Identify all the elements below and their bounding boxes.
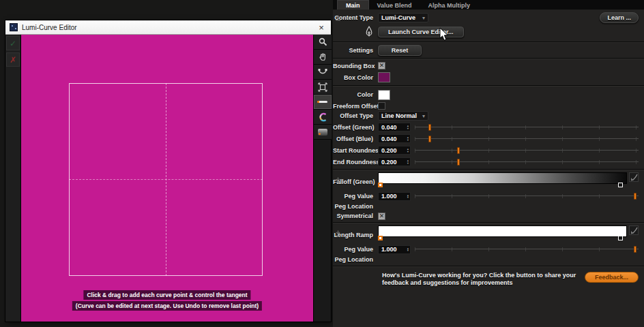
dialog-body: ✓ ✗ Click & drag to add each curve point…	[5, 35, 331, 322]
slider-ticks	[415, 149, 639, 153]
bounding-box-checkbox[interactable]: ✕	[378, 62, 385, 69]
transform-tool-button[interactable]	[314, 80, 332, 95]
feedback-button[interactable]: Feedback...	[585, 272, 639, 283]
symmetrical-checkbox[interactable]: ✕	[378, 213, 385, 220]
length-peg-value-slider[interactable]	[415, 245, 639, 253]
separator	[333, 58, 644, 59]
offset-green-spinner[interactable]: 0.040 ▴▾	[378, 123, 411, 131]
chevron-down-icon: ▾	[422, 113, 425, 119]
spinner-arrows-icon[interactable]: ▴▾	[407, 159, 410, 164]
content-type-value: Lumi-Curve	[381, 14, 415, 21]
length-peg-value-label: Peg Value	[333, 246, 378, 253]
box-color-swatch[interactable]	[378, 72, 390, 82]
spinner-arrows-icon[interactable]: ▴▾	[407, 148, 410, 153]
zoom-tool-button[interactable]	[314, 35, 332, 50]
screen: Lumi-Curve Editor × ✓ ✗ Click & drag to …	[0, 0, 644, 327]
length-ramp[interactable]	[378, 225, 627, 244]
slider-track	[415, 161, 639, 162]
separator	[333, 42, 644, 43]
color-label: Color	[333, 91, 378, 98]
offset-blue-spinner[interactable]: 0.040 ▴▾	[378, 134, 411, 143]
length-peg-location-label: Peg Location	[333, 256, 378, 263]
color-swatch[interactable]	[378, 90, 390, 100]
spacer-label	[333, 26, 378, 38]
start-roundness-slider[interactable]	[415, 146, 639, 155]
collapse-icon[interactable]	[334, 14, 342, 22]
tab-value-blend[interactable]: Value Blend	[369, 1, 420, 10]
offset-type-label: Offset Type	[333, 112, 378, 119]
spinner-arrows-icon[interactable]: ▴▾	[407, 125, 410, 129]
stroke-width-tool-button[interactable]	[314, 95, 332, 110]
slider-handle[interactable]	[428, 124, 431, 131]
confirm-cancel-column: ✓ ✗	[5, 35, 21, 322]
slider-handle[interactable]	[457, 147, 460, 154]
separator	[333, 266, 644, 267]
slider-handle[interactable]	[428, 136, 431, 142]
freeform-offset-label: Freeform Offset	[333, 103, 378, 110]
length-ramp-gradient[interactable]	[378, 225, 627, 237]
pen-nib-icon	[365, 26, 373, 38]
offset-blue-slider[interactable]	[415, 135, 639, 143]
offset-type-dropdown[interactable]: Line Normal ▾	[378, 111, 428, 121]
app-icon	[10, 23, 18, 31]
curve-canvas[interactable]: Click & drag to add each curve point & c…	[21, 35, 313, 322]
length-peg-value-spinner[interactable]: 1.000 ▴▾	[378, 245, 411, 254]
slider-handle[interactable]	[634, 246, 636, 253]
start-roundness-label: Start Roundness	[333, 147, 378, 154]
collapse-icon[interactable]	[334, 230, 342, 237]
pan-tool-button[interactable]	[314, 50, 332, 65]
roller-tool-button[interactable]	[314, 125, 332, 140]
confirm-button[interactable]: ✓	[6, 36, 20, 50]
properties-panel: Main Value Blend Alpha Multiply Content …	[333, 0, 644, 327]
center-guide-horizontal	[69, 179, 263, 180]
separator	[333, 85, 644, 87]
content-type-dropdown[interactable]: Lumi-Curve ▾	[378, 13, 428, 22]
offset-blue-value: 0.040	[381, 136, 397, 142]
learn-button[interactable]: Learn ...	[600, 12, 639, 23]
tab-alpha-multiply[interactable]: Alpha Multiply	[420, 1, 479, 10]
slider-handle[interactable]	[634, 193, 636, 200]
offset-green-slider[interactable]	[415, 123, 639, 131]
end-roundness-value: 0.200	[381, 159, 397, 166]
reset-button[interactable]: Reset	[378, 45, 422, 56]
hint-line-2: (Curve can be edited at next stage. Use …	[72, 301, 262, 311]
stroke-width-icon	[318, 101, 327, 103]
tangent-tool-button[interactable]	[314, 65, 332, 80]
freeform-offset-checkbox[interactable]	[378, 102, 385, 110]
curve-editor-icon	[630, 174, 638, 181]
slider-ticks	[415, 137, 639, 141]
color-curve-tool-button[interactable]	[314, 110, 332, 125]
collapse-icon[interactable]	[334, 176, 342, 184]
length-ramp-peg-end[interactable]	[618, 236, 623, 240]
length-ramp-peg-start[interactable]	[378, 236, 383, 240]
cancel-button[interactable]: ✗	[6, 52, 20, 67]
spinner-arrows-icon[interactable]: ▴▾	[407, 194, 410, 199]
falloff-peg-value-spinner[interactable]: 1.000 ▴▾	[378, 192, 411, 201]
falloff-gradient[interactable]	[378, 172, 627, 184]
dialog-titlebar[interactable]: Lumi-Curve Editor ×	[5, 20, 331, 35]
start-roundness-spinner[interactable]: 0.200 ▴▾	[378, 146, 411, 155]
tab-main[interactable]: Main	[337, 0, 369, 10]
slider-track	[415, 127, 639, 127]
slider-track	[415, 249, 639, 249]
curve-editor-icon	[630, 227, 638, 234]
end-roundness-spinner[interactable]: 0.200 ▴▾	[378, 157, 411, 166]
launch-curve-editor-button[interactable]: Launch Curve Editor...	[378, 27, 464, 37]
slider-ticks	[415, 125, 639, 129]
pan-hand-icon	[319, 52, 327, 61]
length-ramp-curve-button[interactable]	[629, 225, 639, 235]
end-roundness-slider[interactable]	[415, 158, 639, 166]
falloff-peg-end[interactable]	[618, 183, 623, 187]
falloff-peg-start[interactable]	[378, 183, 383, 187]
hint-line-1: Click & drag to add each curve point & c…	[83, 290, 250, 300]
falloff-peg-value-slider[interactable]	[415, 192, 639, 200]
separator	[333, 222, 644, 223]
start-roundness-value: 0.200	[381, 147, 397, 154]
slider-handle[interactable]	[457, 159, 460, 166]
spinner-arrows-icon[interactable]: ▴▾	[407, 247, 410, 252]
lumi-curve-editor-dialog: Lumi-Curve Editor × ✓ ✗ Click & drag to …	[5, 20, 331, 322]
close-icon[interactable]: ×	[316, 22, 327, 33]
spinner-arrows-icon[interactable]: ▴▾	[407, 136, 410, 141]
falloff-ramp[interactable]	[378, 172, 627, 191]
falloff-curve-button[interactable]	[629, 172, 639, 182]
